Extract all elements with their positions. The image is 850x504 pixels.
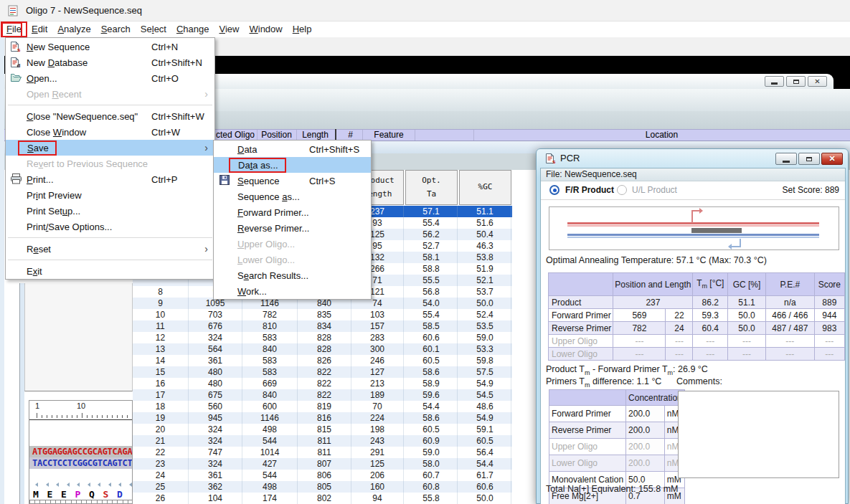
document-close-button[interactable]: ✕ bbox=[808, 76, 827, 87]
file-menu-item-print-preview[interactable]: Print Preview bbox=[6, 187, 214, 203]
table-row[interactable]: 2436154480620660.761.7 bbox=[133, 470, 512, 481]
menubar-item-analyze[interactable]: Analyze bbox=[52, 22, 95, 37]
pcr-minimize-button[interactable] bbox=[775, 153, 797, 165]
save-submenu-item-lower-oligo[interactable]: Lower Oligo... bbox=[214, 252, 371, 267]
table-row[interactable]: 1232458382828360.659.0 bbox=[133, 332, 512, 343]
table-row[interactable]: 19945114681622458.654.9 bbox=[133, 412, 512, 424]
table-cell: 55.4 bbox=[405, 217, 458, 229]
table-cell: 19 bbox=[133, 412, 189, 424]
file-menu-item-revert[interactable]: Revert to Previous Sequence bbox=[6, 156, 214, 171]
table-row[interactable]: 2132454481124360.960.5 bbox=[133, 435, 512, 447]
file-menu-item-new-database[interactable]: dNew DatabaseCtrl+Shift+N bbox=[6, 54, 214, 70]
app-titlebar[interactable]: Oligo 7 - NewSequence.seq bbox=[0, 0, 850, 22]
pcr-window[interactable]: s PCR ✕ File: NewSequence.seq F/R Produc… bbox=[536, 148, 849, 504]
table-row[interactable]: 1070378283510355.452.4 bbox=[133, 309, 512, 320]
concentration-value-field[interactable]: 200.0 bbox=[626, 455, 665, 472]
table-cell: 703 bbox=[189, 309, 242, 320]
file-menu-item-exit[interactable]: Exit bbox=[6, 263, 214, 279]
frame-arrow-icon bbox=[56, 482, 59, 487]
ruler-tick bbox=[67, 415, 67, 418]
sequence-panel[interactable]: 1 10 ATGGAGGAGCCGCAGTCAGA TACCTCCTCGGCGT… bbox=[29, 400, 133, 504]
table-row[interactable]: 2536249880516060.860.6 bbox=[133, 481, 512, 493]
save-submenu-item-reverse-primer[interactable]: Reverse Primer... bbox=[214, 220, 371, 236]
table-cell: 54.4 bbox=[459, 458, 511, 470]
table-row[interactable]: 1167681083415758.553.5 bbox=[133, 320, 512, 332]
pcr-restore-button[interactable] bbox=[798, 153, 820, 165]
ruler-tick bbox=[127, 415, 128, 418]
save-submenu-item-data-as[interactable]: Data as... bbox=[214, 157, 371, 173]
file-menu-item-new-sequence[interactable]: sNew SequenceCtrl+N bbox=[6, 39, 214, 54]
table-row[interactable]: 1548058382212758.657.5 bbox=[133, 366, 512, 378]
table-cell: 213 bbox=[351, 378, 404, 389]
menubar-item-select[interactable]: Select bbox=[136, 22, 171, 37]
save-submenu-item-sequence-as[interactable]: Sequence as... bbox=[214, 189, 371, 204]
floppy-icon bbox=[219, 175, 232, 186]
concentration-value-field[interactable]: 200.0 bbox=[626, 406, 665, 422]
table-cell: 283 bbox=[351, 332, 404, 343]
menubar-item-change[interactable]: Change bbox=[171, 22, 214, 37]
save-submenu-item-work[interactable]: Work... bbox=[214, 283, 371, 299]
table-cell: 782 bbox=[242, 309, 298, 320]
table-row[interactable]: 2332442780712558.054.4 bbox=[133, 458, 512, 470]
table-row[interactable]: 185606008197054.448.6 bbox=[133, 401, 512, 412]
save-submenu-item-sequence[interactable]: SequenceCtrl+S bbox=[214, 173, 371, 189]
file-menu-item-print[interactable]: Print...Ctrl+P bbox=[6, 171, 214, 187]
menubar-item-edit[interactable]: Edit bbox=[27, 22, 52, 37]
total-na-text: Total Na[+] Equivalent: 155.8 mM bbox=[546, 484, 678, 494]
table-cell: 17 bbox=[133, 389, 189, 401]
table-cell: 60.8 bbox=[405, 481, 458, 493]
save-submenu-item-upper-oligo[interactable]: Upper Oligo... bbox=[214, 236, 371, 252]
document-minimize-button[interactable] bbox=[765, 76, 784, 87]
antisense-strand[interactable]: TACCTCCTCGGCGTCAGTCT bbox=[29, 457, 132, 469]
file-menu-item-save[interactable]: Save› bbox=[6, 140, 214, 156]
file-menu-item-open[interactable]: Open...Ctrl+O bbox=[6, 70, 214, 86]
save-submenu-item-data[interactable]: DataCtrl+Shift+S bbox=[214, 141, 371, 157]
table-cell: 59.0 bbox=[405, 447, 458, 458]
menu-item-label: Print Preview bbox=[27, 190, 82, 201]
concentration-value-field[interactable]: 200.0 bbox=[626, 422, 665, 439]
file-menu-item-open-recent[interactable]: Open Recent› bbox=[6, 86, 214, 102]
table-cell: 675 bbox=[189, 389, 242, 401]
table-cell: 828 bbox=[298, 343, 351, 355]
save-submenu-item-search-results[interactable]: Search Results... bbox=[214, 267, 371, 283]
pcr-close-button[interactable]: ✕ bbox=[821, 153, 843, 165]
table-cell: 21 bbox=[133, 435, 189, 447]
file-menu-item-close-file[interactable]: Close "NewSequence.seq"Ctrl+Shift+W bbox=[6, 108, 214, 124]
table-row[interactable]: 1436158382624660.559.8 bbox=[133, 355, 512, 366]
concentration-value-field[interactable]: 200.0 bbox=[626, 439, 665, 455]
file-menu-item-print-save-options[interactable]: Print/Save Options... bbox=[6, 219, 214, 234]
table-cell: 324 bbox=[189, 332, 242, 343]
save-submenu-item-forward-primer[interactable]: Forward Primer... bbox=[214, 204, 371, 220]
menubar-item-window[interactable]: Window bbox=[244, 22, 287, 37]
document-restore-button[interactable] bbox=[786, 76, 806, 87]
table-row[interactable]: 1767584082218959.654.5 bbox=[133, 389, 512, 401]
menu-item-label: Print Setup... bbox=[27, 206, 80, 217]
file-menu-item-reset[interactable]: Reset› bbox=[6, 241, 214, 257]
table-row[interactable]: 261041748029455.850.0 bbox=[133, 493, 512, 504]
sense-strand[interactable]: ATGGAGGAGCCGCAGTCAGA bbox=[29, 446, 132, 457]
fr-product-radio[interactable] bbox=[549, 185, 559, 195]
table-cell: 23 bbox=[133, 458, 189, 470]
menubar-item-search[interactable]: Search bbox=[96, 22, 136, 37]
comments-input[interactable] bbox=[678, 391, 839, 478]
table-row[interactable]: 2032449881519860.559.1 bbox=[133, 424, 512, 435]
table-row[interactable]: 22747101481129159.056.4 bbox=[133, 447, 512, 458]
restore-icon bbox=[793, 80, 799, 84]
file-menu-item-close-window[interactable]: Close WindowCtrl+W bbox=[6, 124, 214, 140]
col-gc: GC [%] bbox=[728, 273, 766, 296]
table-cell: 53.7 bbox=[459, 286, 511, 298]
menubar-item-help[interactable]: Help bbox=[288, 22, 317, 37]
pcr-window-icon: s bbox=[545, 153, 556, 164]
menubar-item-view[interactable]: View bbox=[214, 22, 245, 37]
table-row[interactable]: 1648066982221358.954.9 bbox=[133, 378, 512, 389]
table-cell: 811 bbox=[298, 435, 351, 447]
ul-product-radio[interactable] bbox=[617, 185, 627, 195]
table-row[interactable]: 1356484082830060.153.3 bbox=[133, 343, 512, 355]
file-menu-item-print-setup[interactable]: Print Setup... bbox=[6, 203, 214, 219]
menu-item-label: Print... bbox=[27, 174, 54, 185]
close-icon: ✕ bbox=[814, 78, 820, 85]
window-title: Oligo 7 - NewSequence.seq bbox=[26, 5, 142, 16]
menu-shortcut: Ctrl+W bbox=[151, 127, 180, 138]
table-cell: 94 bbox=[351, 493, 404, 504]
table-cell: 51.1 bbox=[459, 206, 511, 217]
